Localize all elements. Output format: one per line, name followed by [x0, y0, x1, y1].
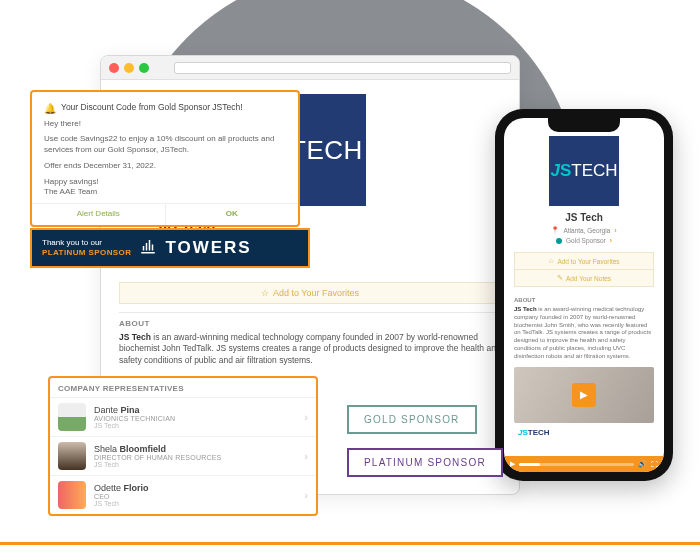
alert-ok-button[interactable]: OK	[166, 204, 299, 225]
play-icon[interactable]: ▶	[510, 460, 515, 468]
video-brand-bar: JSTECH	[514, 426, 654, 440]
maximize-icon[interactable]	[139, 63, 149, 73]
company-reps-card: COMPANY REPRESENTATIVES Dante Pina AVION…	[48, 376, 318, 516]
play-icon: ▶	[572, 383, 596, 407]
rep-row[interactable]: Odette Florio CEO JS Tech ›	[50, 475, 316, 514]
rep-row[interactable]: Shela Bloomfield DIRECTOR OF HUMAN RESOU…	[50, 436, 316, 475]
tier-dot-icon	[556, 238, 562, 244]
address-bar[interactable]	[174, 62, 511, 74]
alert-greeting: Hey there!	[44, 119, 286, 130]
alert-details-button[interactable]: Alert Details	[32, 204, 166, 225]
phone-notch	[548, 118, 620, 132]
pencil-icon: ✎	[557, 274, 563, 282]
add-favorites-button[interactable]: ☆ Add to Your Favorites	[119, 282, 501, 304]
platinum-sponsor-badge: PLATINUM SPONSOR	[347, 448, 503, 477]
avatar	[58, 481, 86, 509]
browser-chrome	[101, 56, 519, 80]
chevron-right-icon: ›	[304, 489, 308, 501]
volume-icon[interactable]: 🔊	[638, 460, 647, 468]
tower-icon	[139, 237, 157, 260]
about-text: JS Tech is an award-winning medical tech…	[514, 306, 654, 361]
chevron-right-icon: ›	[304, 450, 308, 462]
sponsor-logo: JSTECH	[549, 136, 619, 206]
bg-accent-line	[0, 542, 700, 545]
fullscreen-icon[interactable]: ⛶	[651, 461, 658, 468]
alert-body: Use code Savings22 to enjoy a 10% discou…	[44, 134, 286, 156]
add-notes-button[interactable]: ✎ Add Your Notes	[515, 269, 653, 286]
phone-mockup: JSTECH JS Tech 📍 Atlanta, Georgia › Gold…	[495, 109, 673, 481]
platinum-sponsor-banner[interactable]: Thank you to our PLATINUM SPONSOR TOWERS	[30, 228, 310, 268]
reps-heading: COMPANY REPRESENTATIVES	[50, 384, 316, 397]
alert-title: Your Discount Code from Gold Sponsor JST…	[61, 102, 243, 113]
star-icon: ☆	[261, 288, 269, 298]
rep-row[interactable]: Dante Pina AVIONICS TECHNICIAN JS Tech ›	[50, 397, 316, 436]
about-text: JS Tech is an award-winning medical tech…	[119, 332, 501, 366]
chevron-right-icon: ›	[610, 237, 612, 244]
chevron-right-icon: ›	[614, 227, 616, 234]
discount-alert: 🔔 Your Discount Code from Gold Sponsor J…	[30, 90, 300, 227]
avatar	[58, 403, 86, 431]
add-favorites-label: Add to Your Favorites	[273, 288, 359, 298]
minimize-icon[interactable]	[124, 63, 134, 73]
page-title: JS Tech	[514, 212, 654, 223]
alert-expiry: Offer ends December 31, 2022.	[44, 161, 286, 172]
bell-icon: 🔔	[44, 102, 56, 116]
about-heading: ABOUT	[514, 297, 654, 303]
banner-brand: TOWERS	[165, 238, 251, 258]
sponsor-tier-row[interactable]: Gold Sponsor ›	[514, 237, 654, 244]
location-row[interactable]: 📍 Atlanta, Georgia ›	[514, 226, 654, 234]
video-thumbnail[interactable]: ▶	[514, 367, 654, 423]
close-icon[interactable]	[109, 63, 119, 73]
pin-icon: 📍	[551, 226, 559, 234]
star-icon: ☆	[548, 257, 554, 265]
video-progress-bar[interactable]: ▶ 🔊 ⛶	[504, 456, 664, 472]
chevron-right-icon: ›	[304, 411, 308, 423]
add-favorites-button[interactable]: ☆ Add to Your Favorites	[515, 253, 653, 269]
banner-text: Thank you to our PLATINUM SPONSOR	[42, 238, 131, 257]
about-heading: ABOUT	[119, 319, 501, 328]
alert-signoff: Happy savings!The AAE Team	[44, 177, 286, 199]
gold-sponsor-badge: GOLD SPONSOR	[347, 405, 477, 434]
avatar	[58, 442, 86, 470]
